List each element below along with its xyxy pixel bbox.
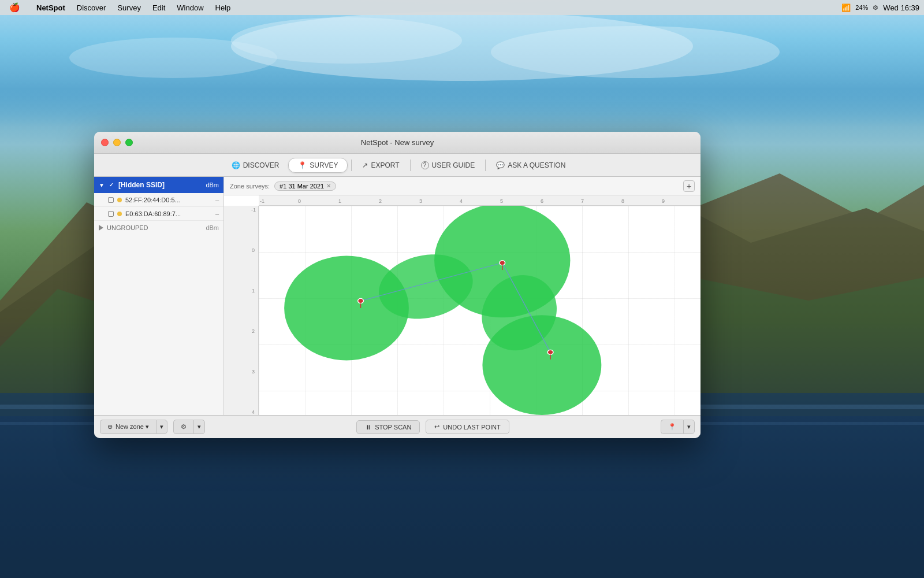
add-zone-button[interactable]: + xyxy=(683,180,695,192)
ruler-container: -1 0 1 2 3 4 5 6 7 8 9 10 -1 0 1 xyxy=(224,195,701,415)
title-bar: NetSpot - New survey xyxy=(94,132,701,154)
location-dropdown[interactable]: ▾ xyxy=(683,420,695,434)
hidden-ssid-dbm: dBm xyxy=(206,181,219,188)
plus-icon: ⊕ xyxy=(107,423,113,431)
zone-tag[interactable]: #1 31 Mar 2021 ✕ xyxy=(274,181,336,191)
maximize-button[interactable] xyxy=(125,139,133,146)
ruler-top-mark-5: 5 xyxy=(500,198,503,204)
askquestion-icon: 💬 xyxy=(496,161,505,169)
app-window: NetSpot - New survey 🌐 DISCOVER 📍 SURVEY… xyxy=(94,132,701,438)
survey-canvas[interactable] xyxy=(259,206,701,415)
ungrouped-triangle xyxy=(99,225,103,231)
datetime-display: Wed 16:39 xyxy=(883,3,919,12)
menu-bar-left: 🍎 NetSpot Discover Survey Edit Window He… xyxy=(5,1,839,14)
menu-bar-right: 📶 24% ⚙ Wed 16:39 xyxy=(841,3,919,12)
location-icon: 📍 xyxy=(668,423,676,431)
ruler-top: -1 0 1 2 3 4 5 6 7 8 9 10 xyxy=(259,195,701,206)
svg-point-19 xyxy=(500,261,505,265)
ruler-top-mark-1: 1 xyxy=(338,198,341,204)
hidden-ssid-arrow: ▼ xyxy=(99,182,105,188)
svg-point-17 xyxy=(358,298,364,303)
network-item-2[interactable]: E0:63:DA:60:89:7... – xyxy=(94,207,223,221)
menu-window[interactable]: Window xyxy=(172,2,208,13)
tab-survey[interactable]: 📍 SURVEY xyxy=(288,158,348,173)
ruler-left-mark-3: 3 xyxy=(252,369,255,375)
toolbar: 🌐 DISCOVER 📍 SURVEY ↗ EXPORT ? USER GUID… xyxy=(94,154,701,177)
ruler-top-mark-6: 6 xyxy=(541,198,543,204)
sidebar-hidden-ssid[interactable]: ▼ [Hidden SSID] dBm xyxy=(94,177,223,193)
minimize-button[interactable] xyxy=(113,139,121,146)
ruler-left-mark-1: 1 xyxy=(252,288,255,294)
ruler-left-mark-2: 2 xyxy=(252,328,255,334)
ruler-top-mark-8: 8 xyxy=(621,198,624,204)
menu-netspot[interactable]: NetSpot xyxy=(32,2,70,13)
hidden-ssid-checkbox[interactable] xyxy=(108,181,115,188)
stop-scan-button[interactable]: ⏸ STOP SCAN xyxy=(356,420,420,434)
userguide-button[interactable]: ? USER GUIDE xyxy=(414,158,482,172)
ungrouped-row[interactable]: UNGROUPED dBm xyxy=(94,221,223,235)
undo-icon: ↩ xyxy=(434,423,439,431)
settings-button[interactable]: ⚙ xyxy=(173,420,193,434)
ruler-top-mark-4: 4 xyxy=(460,198,463,204)
menu-edit[interactable]: Edit xyxy=(148,2,170,13)
survey-icon: 📍 xyxy=(298,161,307,169)
wifi-icon: 📶 xyxy=(841,3,851,12)
askquestion-button[interactable]: 💬 ASK A QUESTION xyxy=(489,158,572,172)
menu-survey[interactable]: Survey xyxy=(113,2,145,13)
toolbar-separator-2 xyxy=(410,160,411,171)
new-zone-dropdown[interactable]: ▾ xyxy=(156,420,167,434)
menubar-extras-icon: ⚙ xyxy=(873,4,878,12)
new-zone-button[interactable]: ⊕ New zone ▾ xyxy=(100,420,156,434)
toolbar-separator-1 xyxy=(351,160,352,171)
net1-color-dot xyxy=(117,198,122,202)
net1-suffix: – xyxy=(215,197,219,203)
svg-point-3 xyxy=(69,38,277,78)
network-item-1[interactable]: 52:FF:20:44:D0:5... – xyxy=(94,193,223,207)
zone-tag-label: #1 31 Mar 2021 xyxy=(280,183,324,190)
ungrouped-dbm: dBm xyxy=(206,224,219,231)
ruler-left-mark-neg1: -1 xyxy=(251,207,256,213)
location-button[interactable]: 📍 xyxy=(661,420,683,434)
survey-svg xyxy=(259,206,701,415)
menu-discover[interactable]: Discover xyxy=(72,2,111,13)
new-zone-group: ⊕ New zone ▾ ▾ xyxy=(100,420,167,434)
ruler-top-mark-neg1: -1 xyxy=(260,198,264,204)
zone-tag-close[interactable]: ✕ xyxy=(326,183,331,189)
battery-icon: 24% xyxy=(855,4,868,11)
apple-menu[interactable]: 🍎 xyxy=(5,1,25,14)
net2-color-dot xyxy=(117,212,122,216)
menu-help[interactable]: Help xyxy=(211,2,236,13)
ruler-left-mark-4: 4 xyxy=(252,409,255,415)
settings-group: ⚙ ▾ xyxy=(173,420,205,434)
discover-icon: 🌐 xyxy=(232,161,240,169)
ruler-top-mark-2: 2 xyxy=(379,198,382,204)
export-button[interactable]: ↗ EXPORT xyxy=(355,158,406,172)
menu-bar: 🍎 NetSpot Discover Survey Edit Window He… xyxy=(0,0,924,15)
tab-discover[interactable]: 🌐 DISCOVER xyxy=(222,158,289,172)
settings-dropdown[interactable]: ▾ xyxy=(193,420,205,434)
map-area: Zone surveys: #1 31 Mar 2021 ✕ + -1 0 1 … xyxy=(224,177,701,415)
ruler-top-mark-9: 9 xyxy=(662,198,665,204)
location-group: 📍 ▾ xyxy=(661,420,695,434)
ruler-left-mark-0: 0 xyxy=(252,247,255,253)
toolbar-separator-3 xyxy=(485,160,486,171)
close-button[interactable] xyxy=(101,139,109,146)
zone-surveys-label: Zone surveys: xyxy=(230,183,270,190)
svg-point-2 xyxy=(491,26,780,78)
net2-checkbox[interactable] xyxy=(108,211,114,217)
net1-checkbox[interactable] xyxy=(108,197,114,203)
undo-last-point-button[interactable]: ↩ UNDO LAST POINT xyxy=(426,420,509,434)
net2-suffix: – xyxy=(215,210,219,217)
bottom-bar: ⊕ New zone ▾ ▾ ⚙ ▾ ⏸ STOP SCAN ↩ UNDO LA… xyxy=(94,415,701,438)
ruler-top-mark-7: 7 xyxy=(581,198,584,204)
export-icon: ↗ xyxy=(362,161,368,169)
window-controls xyxy=(101,139,133,146)
svg-point-21 xyxy=(547,350,553,354)
net1-label: 52:FF:20:44:D0:5... xyxy=(125,197,180,203)
ruler-left: -1 0 1 2 3 4 xyxy=(224,206,259,415)
main-content: ▼ [Hidden SSID] dBm 52:FF:20:44:D0:5... … xyxy=(94,177,701,415)
sidebar: ▼ [Hidden SSID] dBm 52:FF:20:44:D0:5... … xyxy=(94,177,224,415)
ungrouped-label: UNGROUPED xyxy=(107,224,148,231)
map-toolbar: Zone surveys: #1 31 Mar 2021 ✕ + xyxy=(224,177,701,195)
net2-label: E0:63:DA:60:89:7... xyxy=(125,210,181,217)
